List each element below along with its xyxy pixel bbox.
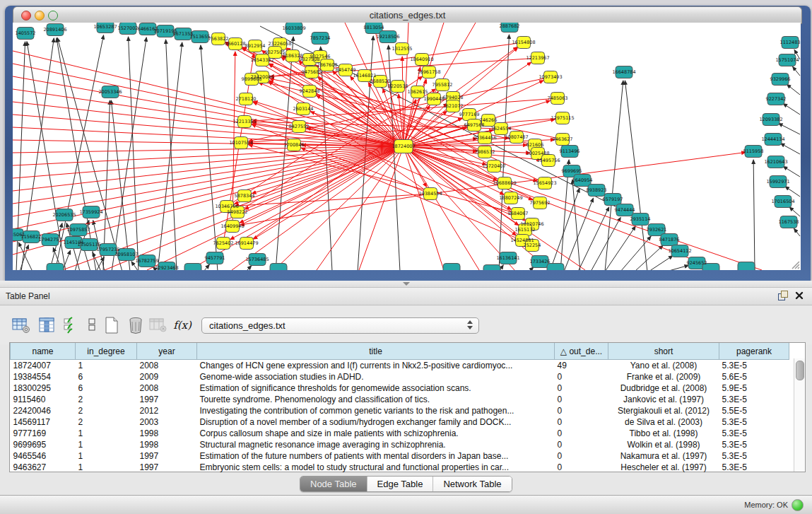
table-cell[interactable]: Changes of HCN gene expression and I(f) … xyxy=(197,360,555,372)
table-cell[interactable]: 0 xyxy=(555,450,608,462)
table-cell[interactable]: 6 xyxy=(76,382,137,394)
table-row[interactable]: 1938455462009Genome-wide association stu… xyxy=(11,371,796,382)
column-header-short[interactable]: short xyxy=(608,343,719,360)
graph-node[interactable] xyxy=(47,264,64,271)
table-cell[interactable]: 0 xyxy=(555,405,608,416)
table-cell[interactable]: Tibbo et al. (1998) xyxy=(608,428,719,439)
table-cell[interactable]: de Silva et al. (2003) xyxy=(608,416,719,428)
table-cell[interactable]: 2 xyxy=(76,405,137,416)
table-header-row[interactable]: namein_degreeyeartitle△ out_de...shortpa… xyxy=(11,343,796,360)
table-cell[interactable]: 1 xyxy=(76,439,137,450)
table-row[interactable]: 1456911722003Disruption of a novel membe… xyxy=(11,416,796,428)
column-header-pagerank[interactable]: pagerank xyxy=(719,343,789,360)
table-cell[interactable]: 0 xyxy=(555,382,608,394)
column-header-in_degree[interactable]: in_degree xyxy=(76,343,137,360)
table-cell[interactable]: 5.3E-5 xyxy=(719,450,789,462)
table-scrollbar-thumb[interactable] xyxy=(796,361,804,380)
table-cell[interactable]: 5.3E-5 xyxy=(719,462,789,473)
table-cell[interactable]: 9777169 xyxy=(11,428,76,439)
table-cell[interactable]: 1997 xyxy=(137,462,197,473)
select-all-icon[interactable] xyxy=(61,315,81,335)
table-settings-icon[interactable] xyxy=(11,315,31,335)
table-cell[interactable]: 9115460 xyxy=(11,394,76,405)
table-cell[interactable]: 0 xyxy=(555,428,608,439)
table-cell[interactable]: 0 xyxy=(555,371,608,382)
column-header-name[interactable]: name xyxy=(11,343,76,360)
table-row[interactable]: 977716911998Corpus callosum shape and si… xyxy=(11,428,796,439)
table-cell[interactable]: 14569117 xyxy=(11,416,76,428)
table-scrollbar[interactable] xyxy=(794,358,805,472)
table-row[interactable]: 946362711997Embryonic stem cells: a mode… xyxy=(11,462,796,473)
table-cell[interactable]: 2 xyxy=(76,416,137,428)
citation-network-graph[interactable]: 1872400775638228660128891295423226058932… xyxy=(13,23,801,270)
panel-splitter[interactable] xyxy=(0,281,812,288)
tab-network-table[interactable]: Network Table xyxy=(433,477,511,491)
table-cell[interactable]: Disruption of a novel member of a sodium… xyxy=(197,416,555,428)
table-cell[interactable]: 5.3E-5 xyxy=(719,360,789,372)
table-cell[interactable]: 1 xyxy=(76,428,137,439)
table-cell[interactable]: 5.3E-5 xyxy=(719,394,789,405)
table-cell[interactable]: 1 xyxy=(76,462,137,473)
table-cell[interactable]: 22420046 xyxy=(11,405,76,416)
table-cell[interactable]: 0 xyxy=(555,416,608,428)
table-cell[interactable]: 1 xyxy=(76,450,137,462)
function-builder-icon[interactable]: f(x) xyxy=(172,315,192,335)
table-cell[interactable]: Structural magnetic resonance image aver… xyxy=(197,439,555,450)
column-header-title[interactable]: title xyxy=(197,343,555,360)
table-cell[interactable]: 5.6E-5 xyxy=(719,371,789,382)
table-selector-dropdown[interactable]: citations_edges.txt xyxy=(201,317,479,334)
table-row[interactable]: 969969511998Structural magnetic resonanc… xyxy=(11,439,796,450)
graph-node[interactable] xyxy=(270,264,287,271)
table-cell[interactable]: 1997 xyxy=(137,394,197,405)
table-cell[interactable]: 2 xyxy=(76,394,137,405)
table-cell[interactable]: Hescheler et al. (1997) xyxy=(608,462,719,473)
table-cell[interactable]: 5.3E-5 xyxy=(719,416,789,428)
show-columns-icon[interactable] xyxy=(37,315,57,335)
table-cell[interactable]: 2008 xyxy=(137,382,197,394)
table-cell[interactable]: 18724007 xyxy=(11,360,76,372)
table-cell[interactable]: 5.9E-5 xyxy=(719,382,789,394)
table-cell[interactable]: Wolkin et al. (1998) xyxy=(608,439,719,450)
table-cell[interactable]: Investigating the contribution of common… xyxy=(197,405,555,416)
graph-node[interactable] xyxy=(443,264,460,271)
graph-node[interactable] xyxy=(184,264,201,271)
table-cell[interactable]: Estimation of the future numbers of pati… xyxy=(197,450,555,462)
table-cell[interactable]: Tourette syndrome. Phenomenology and cla… xyxy=(197,394,555,405)
table-cell[interactable]: Jankovic et al. (1997) xyxy=(608,394,719,405)
trash-icon[interactable] xyxy=(126,315,146,335)
table-cell[interactable]: Genome-wide association studies in ADHD. xyxy=(197,371,555,382)
column-header-year[interactable]: year xyxy=(137,343,197,360)
float-panel-icon[interactable] xyxy=(778,291,788,300)
table-cell[interactable]: 2003 xyxy=(137,416,197,428)
table-cell[interactable]: 2009 xyxy=(137,371,197,382)
table-row[interactable]: 1872400712008Changes of HCN gene express… xyxy=(11,360,796,372)
network-canvas[interactable]: 1872400775638228660128891295423226058932… xyxy=(13,23,801,270)
close-panel-icon[interactable] xyxy=(795,291,804,300)
new-table-icon[interactable] xyxy=(102,315,122,335)
table-row[interactable]: 1830029562008Estimation of significance … xyxy=(11,382,796,394)
table-row[interactable]: 911546021997Tourette syndrome. Phenomeno… xyxy=(11,394,796,405)
table-cell[interactable]: 5.5E-5 xyxy=(719,405,789,416)
table-cell[interactable]: 0 xyxy=(555,394,608,405)
network-view-window[interactable]: citations_edges.txt 18724007756382286601… xyxy=(5,6,811,281)
table-cell[interactable]: 9463627 xyxy=(11,462,76,473)
table-cell[interactable]: 1997 xyxy=(137,450,197,462)
clear-table-icon[interactable] xyxy=(148,315,168,335)
table-cell[interactable]: 1998 xyxy=(137,439,197,450)
table-cell[interactable]: Embryonic stem cells: a model to study s… xyxy=(197,462,555,473)
table-cell[interactable]: 9699695 xyxy=(11,439,76,450)
table-cell[interactable]: Stergiakouli et al. (2012) xyxy=(608,405,719,416)
table-cell[interactable]: 2008 xyxy=(137,360,197,372)
table-cell[interactable]: 1998 xyxy=(137,428,197,439)
table-cell[interactable]: 5.3E-5 xyxy=(719,439,789,450)
table-cell[interactable]: 5.3E-5 xyxy=(719,428,789,439)
table-cell[interactable]: Dudbridge et al. (2008) xyxy=(608,382,719,394)
table-cell[interactable]: 9465546 xyxy=(11,450,76,462)
table-cell[interactable]: 49 xyxy=(555,360,608,372)
tab-edge-table[interactable]: Edge Table xyxy=(367,477,434,491)
table-cell[interactable]: 6 xyxy=(76,371,137,382)
table-cell[interactable]: 0 xyxy=(555,439,608,450)
table-cell[interactable]: 1 xyxy=(76,360,137,372)
memory-status-indicator[interactable] xyxy=(792,499,804,511)
column-header-out_de[interactable]: △ out_de... xyxy=(555,343,608,360)
